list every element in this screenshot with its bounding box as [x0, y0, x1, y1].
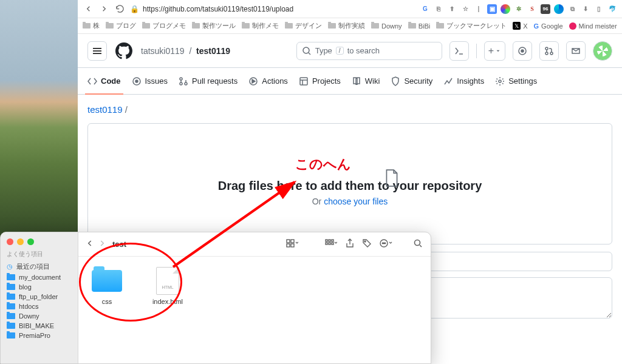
tab-settings[interactable]: Settings: [495, 68, 537, 94]
bookmark-item[interactable]: 𝕏X: [513, 22, 527, 30]
sidebar-item[interactable]: blog: [1, 282, 78, 292]
bookmark-item[interactable]: ブックマークレット: [436, 21, 507, 30]
svg-point-2: [521, 50, 524, 52]
svg-point-7: [135, 80, 138, 83]
ext-icon[interactable]: G: [420, 4, 430, 14]
tab-wiki[interactable]: Wiki: [352, 68, 380, 94]
bookmark-item[interactable]: 制作実績: [328, 21, 365, 30]
folder-icon: [7, 274, 15, 280]
folder-icon: [106, 23, 114, 29]
svg-rect-15: [291, 240, 294, 243]
x-icon: 𝕏: [513, 22, 521, 30]
svg-point-26: [382, 243, 383, 243]
bookmark-item[interactable]: 制作メモ: [242, 21, 279, 30]
sidebar-item-recents[interactable]: ◷最近の項目: [1, 261, 78, 272]
tab-security[interactable]: Security: [391, 68, 432, 94]
ext-icon[interactable]: ⧉: [567, 4, 577, 14]
bookmark-item[interactable]: BiBi: [408, 22, 431, 30]
finder-body[interactable]: css HTML index.html: [78, 257, 431, 363]
ext-icon[interactable]: ⬆: [447, 4, 457, 14]
tab-projects[interactable]: Projects: [299, 68, 341, 94]
search-button[interactable]: [412, 238, 423, 251]
finder-window: よく使う項目 ◷最近の項目 my_document blog ftp_up_fo…: [0, 232, 431, 364]
close-button[interactable]: [7, 238, 13, 245]
forward-button[interactable]: [98, 4, 109, 15]
folder-icon: [92, 270, 122, 292]
search-input[interactable]: Type / to search: [296, 42, 442, 60]
ext-icon[interactable]: [554, 4, 564, 14]
zoom-button[interactable]: [27, 238, 34, 245]
choose-files-link[interactable]: choose your files: [324, 197, 388, 206]
sidebar-item[interactable]: Downy: [1, 311, 78, 321]
avatar[interactable]: [593, 41, 612, 61]
ext-icon[interactable]: [501, 4, 510, 14]
ext-icon[interactable]: 96: [541, 4, 550, 14]
mindmeister-icon: [569, 22, 576, 30]
breadcrumb-sep: /: [125, 104, 128, 115]
svg-point-29: [415, 240, 420, 245]
tab-insights[interactable]: Insights: [443, 68, 484, 94]
bookmark-item[interactable]: ブログ: [106, 21, 136, 30]
folder-icon: [371, 23, 379, 29]
sidebar-item[interactable]: ftp_up_folder: [1, 292, 78, 302]
tab-pull-requests[interactable]: Pull requests: [179, 68, 238, 94]
folder-icon: [285, 23, 293, 29]
svg-point-8: [180, 78, 182, 80]
item-label: index.html: [152, 298, 183, 305]
owner-link[interactable]: tatsuki0119: [141, 46, 185, 56]
sidebar-item[interactable]: htdocs: [1, 302, 78, 311]
view-icons-button[interactable]: [285, 238, 299, 251]
finder-forward-button[interactable]: [98, 239, 106, 250]
bookmark-item[interactable]: GGoogle: [534, 22, 563, 30]
group-button[interactable]: [324, 238, 338, 251]
ext-icon[interactable]: ⎘: [434, 4, 443, 14]
ext-icon[interactable]: ✲: [514, 4, 524, 14]
minimize-button[interactable]: [17, 238, 24, 245]
issues-button[interactable]: [513, 41, 532, 61]
create-new-button[interactable]: +: [484, 41, 505, 61]
notifications-button[interactable]: [566, 41, 586, 61]
folder-icon: [242, 23, 250, 29]
ext-icon[interactable]: |: [474, 4, 484, 14]
bookmark-item[interactable]: Downy: [371, 22, 402, 30]
dropzone-subtitle: Or choose your files: [312, 197, 388, 206]
finder-back-button[interactable]: [86, 239, 94, 250]
ext-icon[interactable]: ☆: [460, 4, 470, 14]
ext-icon[interactable]: ▣: [487, 4, 497, 14]
ext-icon[interactable]: ▯: [594, 4, 604, 14]
reload-button[interactable]: [114, 4, 125, 15]
back-button[interactable]: [83, 4, 94, 15]
menu-button[interactable]: [87, 41, 107, 61]
github-logo[interactable]: [114, 41, 134, 61]
bookmark-item[interactable]: 株: [83, 21, 100, 30]
sidebar-item[interactable]: my_document: [1, 272, 78, 282]
bookmark-item[interactable]: デザイン: [285, 21, 322, 30]
svg-rect-16: [287, 244, 290, 247]
tab-code[interactable]: Code: [87, 68, 121, 94]
share-button[interactable]: [344, 237, 355, 252]
upload-dropzone[interactable]: このへん Drag files here to add them to your…: [87, 123, 612, 244]
repo-root-link[interactable]: test0119: [87, 104, 123, 115]
bookmark-item[interactable]: ブログメモ: [142, 21, 186, 30]
github-header: tatsuki0119 / test0119 Type / to search …: [78, 34, 622, 68]
action-button[interactable]: [378, 238, 394, 251]
finder-item-folder[interactable]: css: [86, 268, 128, 352]
url-field[interactable]: 🔒 https://github.com/tatsuki0119/test011…: [130, 5, 415, 13]
svg-point-28: [384, 243, 385, 243]
sidebar-item[interactable]: PremiaPro: [1, 331, 78, 340]
sidebar-item[interactable]: BIBI_MAKE: [1, 321, 78, 331]
finder-item-file[interactable]: HTML index.html: [146, 268, 189, 352]
svg-rect-17: [291, 244, 294, 247]
bookmark-item[interactable]: 製作ツール: [192, 21, 236, 30]
ext-icon[interactable]: ⬇: [581, 4, 590, 14]
repo-link[interactable]: test0119: [196, 46, 230, 56]
tag-button[interactable]: [361, 238, 372, 251]
ext-icon[interactable]: S: [527, 4, 537, 14]
command-palette-button[interactable]: [449, 41, 469, 61]
tab-issues[interactable]: Issues: [132, 68, 168, 94]
tab-actions[interactable]: Actions: [248, 68, 288, 94]
svg-rect-12: [300, 78, 307, 85]
ext-icon[interactable]: 🐬: [607, 4, 617, 14]
bookmark-item[interactable]: Mind meister: [569, 22, 617, 30]
pull-requests-button[interactable]: [539, 41, 559, 61]
